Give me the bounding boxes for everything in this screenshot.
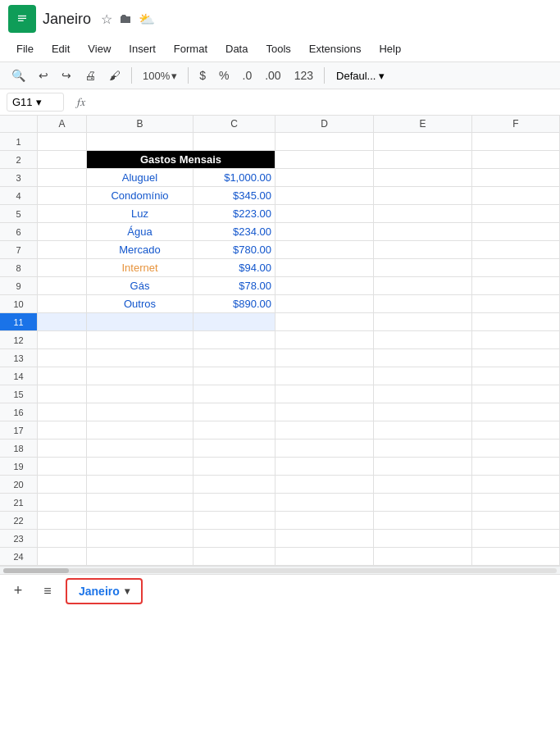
cloud-icon[interactable]: ⛅ bbox=[139, 11, 155, 27]
cell-a8[interactable] bbox=[38, 259, 87, 276]
cell-e7[interactable] bbox=[374, 241, 472, 258]
cell-c12[interactable] bbox=[193, 331, 275, 348]
cell-b3[interactable]: Aluguel bbox=[87, 169, 193, 186]
cell-e10[interactable] bbox=[374, 295, 472, 312]
cell-a12[interactable] bbox=[38, 331, 87, 348]
cell-e9[interactable] bbox=[374, 277, 472, 294]
star-icon[interactable]: ☆ bbox=[101, 11, 112, 27]
zoom-button[interactable]: 100% ▾ bbox=[138, 67, 182, 84]
search-button[interactable]: 🔍 bbox=[7, 66, 30, 85]
cell-f2[interactable] bbox=[472, 151, 560, 168]
cell-b9[interactable]: Gás bbox=[87, 277, 193, 294]
cell-c10[interactable]: $890.00 bbox=[193, 295, 275, 312]
percent-button[interactable]: % bbox=[214, 66, 234, 85]
cell-b10[interactable]: Outros bbox=[87, 295, 193, 312]
cell-b1[interactable] bbox=[87, 133, 193, 150]
cell-e6[interactable] bbox=[374, 223, 472, 240]
format-123-button[interactable]: 123 bbox=[289, 66, 318, 85]
cell-c11[interactable] bbox=[193, 313, 275, 330]
cell-reference-box[interactable]: G11 ▾ bbox=[7, 93, 64, 112]
decimal-dec-button[interactable]: .0 bbox=[238, 66, 257, 85]
formula-input[interactable] bbox=[92, 94, 553, 110]
cell-b7[interactable]: Mercado bbox=[87, 241, 193, 258]
menu-file[interactable]: File bbox=[8, 39, 42, 58]
cell-b4[interactable]: Condomínio bbox=[87, 187, 193, 204]
cell-a7[interactable] bbox=[38, 241, 87, 258]
cell-b5[interactable]: Luz bbox=[87, 205, 193, 222]
col-header-f[interactable]: F bbox=[472, 116, 560, 132]
cell-f10[interactable] bbox=[472, 295, 560, 312]
paint-format-button[interactable]: 🖌 bbox=[104, 66, 125, 85]
cell-f11[interactable] bbox=[472, 313, 560, 330]
cell-c7[interactable]: $780.00 bbox=[193, 241, 275, 258]
decimal-inc-button[interactable]: .00 bbox=[260, 66, 285, 85]
cell-c8[interactable]: $94.00 bbox=[193, 259, 275, 276]
cell-d12[interactable] bbox=[275, 331, 374, 348]
cell-a4[interactable] bbox=[38, 187, 87, 204]
font-selector[interactable]: Defaul... ▾ bbox=[330, 66, 390, 85]
sheet-tab-janeiro[interactable]: Janeiro ▾ bbox=[66, 578, 143, 604]
cell-b2-header[interactable]: Gastos Mensais bbox=[87, 151, 275, 168]
cell-f1[interactable] bbox=[472, 133, 560, 150]
menu-tools[interactable]: Tools bbox=[257, 39, 298, 58]
horizontal-scrollbar[interactable] bbox=[0, 566, 560, 574]
cell-d7[interactable] bbox=[275, 241, 374, 258]
cell-d9[interactable] bbox=[275, 277, 374, 294]
print-button[interactable]: 🖨 bbox=[80, 66, 101, 85]
currency-button[interactable]: $ bbox=[194, 66, 211, 85]
cell-f7[interactable] bbox=[472, 241, 560, 258]
undo-button[interactable]: ↩ bbox=[34, 66, 53, 85]
cell-e5[interactable] bbox=[374, 205, 472, 222]
cell-c5[interactable]: $223.00 bbox=[193, 205, 275, 222]
cell-d11[interactable] bbox=[275, 313, 374, 330]
cell-d5[interactable] bbox=[275, 205, 374, 222]
cell-a6[interactable] bbox=[38, 223, 87, 240]
redo-button[interactable]: ↪ bbox=[57, 66, 76, 85]
folder-icon[interactable]: 🖿 bbox=[119, 11, 132, 26]
menu-edit[interactable]: Edit bbox=[43, 39, 78, 58]
menu-insert[interactable]: Insert bbox=[121, 39, 164, 58]
cell-e8[interactable] bbox=[374, 259, 472, 276]
cell-d6[interactable] bbox=[275, 223, 374, 240]
cell-f8[interactable] bbox=[472, 259, 560, 276]
cell-e3[interactable] bbox=[374, 169, 472, 186]
cell-d4[interactable] bbox=[275, 187, 374, 204]
cell-a1[interactable] bbox=[38, 133, 87, 150]
cell-f4[interactable] bbox=[472, 187, 560, 204]
cell-a9[interactable] bbox=[38, 277, 87, 294]
cell-e4[interactable] bbox=[374, 187, 472, 204]
cell-f12[interactable] bbox=[472, 331, 560, 348]
col-header-d[interactable]: D bbox=[275, 116, 374, 132]
menu-format[interactable]: Format bbox=[166, 39, 216, 58]
cell-a11[interactable] bbox=[38, 313, 87, 330]
cell-c4[interactable]: $345.00 bbox=[193, 187, 275, 204]
cell-d8[interactable] bbox=[275, 259, 374, 276]
cell-f6[interactable] bbox=[472, 223, 560, 240]
col-header-e[interactable]: E bbox=[374, 116, 472, 132]
cell-a3[interactable] bbox=[38, 169, 87, 186]
col-header-b[interactable]: B bbox=[87, 116, 193, 132]
cell-c3[interactable]: $1,000.00 bbox=[193, 169, 275, 186]
cell-d3[interactable] bbox=[275, 169, 374, 186]
cell-b12[interactable] bbox=[87, 331, 193, 348]
cell-e12[interactable] bbox=[374, 331, 472, 348]
add-sheet-button[interactable]: + bbox=[7, 580, 30, 603]
menu-help[interactable]: Help bbox=[371, 39, 409, 58]
cell-d1[interactable] bbox=[275, 133, 374, 150]
cell-c9[interactable]: $78.00 bbox=[193, 277, 275, 294]
menu-data[interactable]: Data bbox=[217, 39, 256, 58]
scrollbar-thumb[interactable] bbox=[3, 568, 69, 573]
cell-f3[interactable] bbox=[472, 169, 560, 186]
cell-b11[interactable] bbox=[87, 313, 193, 330]
cell-e11[interactable] bbox=[374, 313, 472, 330]
cell-d2[interactable] bbox=[275, 151, 374, 168]
cell-b6[interactable]: Água bbox=[87, 223, 193, 240]
cell-d10[interactable] bbox=[275, 295, 374, 312]
cell-a2[interactable] bbox=[38, 151, 87, 168]
cell-f5[interactable] bbox=[472, 205, 560, 222]
col-header-a[interactable]: A bbox=[38, 116, 87, 132]
col-header-c[interactable]: C bbox=[193, 116, 275, 132]
cell-b8[interactable]: Internet bbox=[87, 259, 193, 276]
cell-f9[interactable] bbox=[472, 277, 560, 294]
cell-a10[interactable] bbox=[38, 295, 87, 312]
